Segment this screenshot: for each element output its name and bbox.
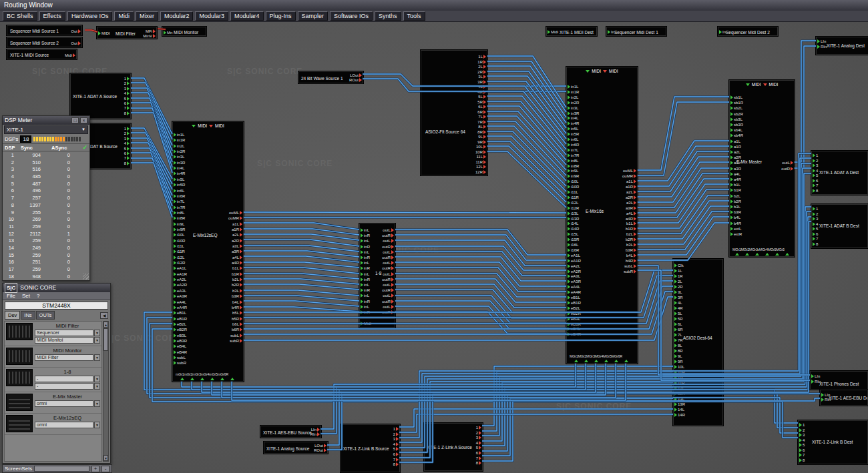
group-input-port-icon[interactable] [624, 360, 628, 362]
tab-ins[interactable]: INs [21, 311, 35, 320]
port-emix12seq-subl[interactable]: subL [230, 333, 242, 338]
group-input-port-icon[interactable] [745, 253, 749, 256]
port-emix12seq-a2l[interactable]: a2L [232, 232, 242, 238]
port-emix12seq-b2l[interactable]: b2L [232, 277, 242, 282]
window-titlebar[interactable]: Routing Window [0, 0, 868, 11]
port-seq-midi-dest-2-in[interactable]: In [719, 29, 726, 35]
port-asio2-dest-64-11r[interactable]: 11R [674, 380, 685, 386]
menu-plug-ins[interactable]: Plug-Ins [266, 11, 296, 21]
port-asio2-dest-64-14r[interactable]: 14R [674, 412, 685, 418]
group-input-port-icon[interactable] [180, 378, 184, 380]
port-emix12seq-b4l[interactable]: b4L [232, 300, 242, 305]
port-mixer-1-8-outr[interactable]: outR [382, 310, 394, 315]
port-adat-b-dest-8[interactable]: 8 [813, 242, 818, 247]
port-emix-master-sb4r[interactable]: sb4R [730, 133, 743, 138]
port-asio2-dest-64-11l[interactable]: 11L [674, 375, 684, 380]
port-asio2-dest-64-3r[interactable]: 3R [674, 295, 683, 300]
port-emix12seq-oumr[interactable]: ouMR [228, 215, 242, 221]
port-asio2-dest-64-13l[interactable]: 13L [674, 396, 684, 402]
module-emix12seq[interactable]: MIDIMIDIE-Mix12sEQin1Lin1Rin2Lin2Rin3Lin… [172, 121, 244, 382]
port-adat-a-dest-8[interactable]: 8 [813, 188, 818, 193]
port-emix16s-b4r[interactable]: b4R [626, 258, 636, 264]
port-emix16s-ea2l[interactable]: eA2L [568, 264, 580, 269]
port-emix16s-eb4r[interactable]: eB4R [568, 332, 581, 337]
port-xite-midi-source-midi[interactable]: Midi [65, 53, 75, 58]
chevron-down-icon[interactable]: ▼ [94, 337, 100, 344]
chevron-down-icon[interactable]: ▼ [94, 376, 100, 382]
group-input-port-icon[interactable] [584, 360, 588, 362]
chevron-down-icon[interactable]: ▼ [94, 330, 100, 336]
port-emix-master-a3l[interactable]: a3L [730, 160, 740, 165]
port-emix16s-i10r[interactable]: i10R [568, 184, 579, 189]
module-aes-ebu-dest[interactable]: XITE-1 AES-EBU DestLInRIn [820, 390, 868, 406]
port-emix16s-i10l[interactable]: i10L [568, 179, 578, 184]
port-emix12seq-i12r[interactable]: i12R [174, 260, 185, 266]
port-emix-master-a2r[interactable]: a2R [730, 155, 741, 160]
device-list-scrollbar[interactable]: ▲ ▼ [103, 321, 109, 462]
port-emix-master-sb2l[interactable]: sb2L [730, 105, 742, 111]
port-emix16s-a4r[interactable]: a4R [626, 216, 636, 221]
dsp-meter-titlebar[interactable]: DSP Meter □ × [3, 116, 89, 125]
port-emix16s-eb2l[interactable]: eB2L [568, 306, 580, 311]
port-emix16s-subr[interactable]: subR [624, 269, 636, 274]
port-emix12seq-a4r[interactable]: a4R [232, 260, 242, 266]
port-emix-master-extr[interactable]: extR [730, 231, 742, 237]
core-menu-help[interactable]: ? [37, 292, 39, 300]
menu-modular2[interactable]: Modular2 [160, 11, 194, 21]
dsp-meter-window[interactable]: DSP Meter □ × XITE-1 ▼ DSPs 18 DSPSyncAS… [2, 115, 90, 281]
port-asio2-dest-64-2r[interactable]: 2R [674, 284, 683, 290]
port-emix12seq-in2r[interactable]: in2R [174, 149, 185, 154]
port-emix-master-a2l[interactable]: a2L [730, 149, 740, 155]
port-emix12seq-b4r[interactable]: b4R [232, 305, 242, 310]
port-emix12seq-a3r[interactable]: a3R [232, 249, 242, 254]
port-asio2-dest-64-12l[interactable]: 12L [674, 386, 684, 391]
module-zlink-b-dest[interactable]: XITE-1 Z-Link B Dest12345678 [798, 420, 868, 464]
port-emix12seq-subr[interactable]: subR [174, 360, 186, 366]
port-asio2-dest-64-9l[interactable]: 9L [674, 354, 682, 359]
device-item-1-8[interactable]: 1-8-▼-▼ [5, 368, 101, 392]
midi-port-header[interactable]: MIDIMIDI [730, 82, 794, 87]
port-emix12seq-in9r[interactable]: in9R [174, 227, 185, 232]
port-emix16s-b3r[interactable]: b3R [626, 248, 636, 253]
minimize-icon[interactable]: □ [71, 117, 79, 123]
device-id-field[interactable]: STM2448X [5, 302, 108, 310]
chevron-down-icon[interactable]: ▼ [94, 422, 100, 428]
menu-tools[interactable]: Tools [403, 11, 425, 21]
port-emix-master-outr[interactable]: outR [781, 166, 793, 171]
port-mixer-1-8-inl[interactable]: inL [361, 238, 369, 244]
port-asio2-dest-64-8l[interactable]: 8L [674, 343, 682, 348]
port-emix-master-b1l[interactable]: b1L [730, 182, 740, 187]
connection-value[interactable]: - [35, 383, 93, 390]
port-analog-dest-lin[interactable]: LIn [817, 39, 826, 44]
port-emix12seq-b6r[interactable]: b6R [232, 327, 242, 332]
port-emix16s-in3l[interactable]: in3L [568, 105, 578, 111]
port-mixer-1-8-inl[interactable]: inL [361, 227, 369, 233]
port-analog-dest-rin[interactable]: RIn [817, 44, 827, 49]
port-emix16s-in7l[interactable]: in7L [568, 147, 578, 153]
scroll-down-icon[interactable]: ▼ [103, 455, 108, 461]
routing-canvas[interactable]: S|C SONIC CORES|C SONIC CORES|C SONIC CO… [0, 0, 868, 473]
port-emix16s-ea3r[interactable]: eA3R [568, 279, 581, 284]
port-emix12seq-b1l[interactable]: b1L [232, 266, 242, 271]
group-input-port-icon[interactable] [574, 360, 578, 362]
port-mixer-1-8-midi-midi[interactable]: Midi [361, 321, 371, 326]
port-emix12seq-b3l[interactable]: b3L [232, 288, 242, 294]
module-adat-b-dest[interactable]: XITE-1 ADAT B Dest12345678 [811, 204, 868, 248]
port-emix16s-in2l[interactable]: in2L [568, 95, 578, 100]
menu-midi[interactable]: Midi [114, 11, 134, 21]
port-emix16s-in5l[interactable]: in5L [568, 126, 578, 131]
port-emix16s-i16r[interactable]: i16R [568, 248, 579, 253]
port-mixer-1-8-inr[interactable]: inR [361, 310, 370, 315]
port-emix16s-eb4l[interactable]: eB4L [568, 326, 580, 332]
port-mixer-1-8-inr[interactable]: inR [361, 255, 370, 260]
port-emix12seq-ea2l[interactable]: eA2L [174, 277, 186, 282]
port-emix12seq-eb4r[interactable]: eB4R [174, 350, 187, 355]
sonic-core-titlebar[interactable]: S|C SONIC CORE [3, 284, 110, 292]
port-emix16s-ea1r[interactable]: eA1R [568, 258, 581, 264]
port-emix12seq-i12l[interactable]: i12L [174, 255, 184, 260]
port-emix16s-a2r[interactable]: a2R [626, 195, 636, 200]
port-emix16s-eb3r[interactable]: eB3R [568, 322, 581, 327]
port-emix12seq-ea1l[interactable]: eA1L [174, 266, 186, 271]
port-adat-a-source-8[interactable]: 8 [124, 111, 130, 116]
port-emix12seq-ea1r[interactable]: eA1R [174, 272, 187, 277]
